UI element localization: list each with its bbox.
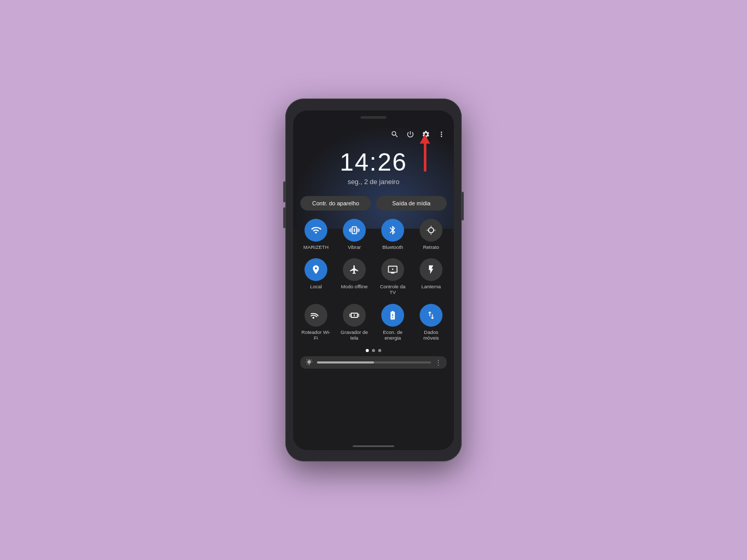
bluetooth-icon-bg	[381, 219, 404, 242]
quick-tiles-section: MARIZETH Vibrar Bluetooth	[293, 211, 454, 341]
dot-3	[378, 349, 381, 352]
dot-1	[366, 349, 369, 352]
local-label: Local	[310, 284, 322, 289]
bluetooth-label: Bluetooth	[382, 244, 403, 250]
vibrar-label: Vibrar	[348, 244, 361, 250]
vibrar-icon-bg	[343, 219, 366, 242]
vibrar-tile[interactable]: Vibrar	[339, 219, 370, 250]
lanterna-icon-bg	[420, 258, 442, 281]
more-options-icon[interactable]	[437, 130, 446, 141]
clock-date: seg., 2 de janeiro	[293, 178, 454, 186]
quick-buttons-row: Contr. do aparelho Saída de mídia	[293, 196, 454, 211]
brightness-track[interactable]	[317, 361, 431, 363]
phone-top-bar	[293, 110, 454, 125]
lanterna-tile[interactable]: Lanterna	[416, 258, 447, 296]
wifi-tile[interactable]: MARIZETH	[300, 219, 331, 250]
gravador-label: Gravador de tela	[339, 329, 370, 341]
dados-icon-bg	[420, 304, 442, 327]
arrow-line	[424, 143, 426, 172]
brightness-icon	[306, 358, 313, 367]
tiles-row-3: Roteador Wi-Fi Gravador de tela	[300, 304, 447, 341]
power-button	[462, 192, 464, 220]
modo-offline-icon-bg	[343, 258, 366, 281]
power-icon[interactable]	[406, 130, 414, 141]
screen-content: 14:26 seg., 2 de janeiro Contr. do apare…	[293, 125, 454, 450]
lanterna-label: Lanterna	[421, 284, 441, 289]
dados-tile[interactable]: Dados móveis	[416, 304, 447, 341]
search-icon[interactable]	[391, 130, 399, 141]
dados-label: Dados móveis	[416, 329, 447, 341]
wifi-icon-bg	[305, 219, 327, 242]
volume-up-button	[283, 181, 285, 202]
volume-down-button	[283, 207, 285, 228]
econ-icon-bg	[381, 304, 404, 327]
retrato-label: Retrato	[423, 244, 439, 250]
roteador-icon-bg	[305, 304, 327, 327]
arrow-head	[420, 134, 430, 144]
modo-offline-label: Modo offline	[341, 284, 368, 289]
svg-point-6	[392, 269, 394, 270]
dot-2	[372, 349, 375, 352]
svg-rect-7	[350, 313, 351, 317]
econ-label: Econ. de energia	[377, 329, 408, 341]
brightness-more-icon[interactable]: ⋮	[435, 359, 441, 366]
brightness-slider[interactable]: ⋮	[300, 356, 447, 369]
retrato-icon-bg	[420, 219, 442, 242]
speaker	[361, 116, 386, 119]
local-tile[interactable]: Local	[300, 258, 331, 296]
svg-rect-5	[435, 230, 436, 231]
brightness-fill	[317, 361, 374, 363]
controle-tv-label: Controle da TV	[377, 284, 408, 296]
retrato-tile[interactable]: Retrato	[416, 219, 447, 250]
contr-aparelho-button[interactable]: Contr. do aparelho	[300, 196, 371, 211]
tiles-row-1: MARIZETH Vibrar Bluetooth	[300, 219, 447, 250]
red-arrow-annotation	[420, 134, 430, 172]
controle-tv-tile[interactable]: Controle da TV	[377, 258, 408, 296]
phone-screen: 14:26 seg., 2 de janeiro Contr. do apare…	[293, 110, 454, 450]
wifi-label: MARIZETH	[303, 244, 329, 250]
bluetooth-tile[interactable]: Bluetooth	[377, 219, 408, 250]
roteador-tile[interactable]: Roteador Wi-Fi	[300, 304, 331, 341]
phone-device: 14:26 seg., 2 de janeiro Contr. do apare…	[285, 99, 462, 461]
roteador-label: Roteador Wi-Fi	[300, 329, 331, 341]
saida-midia-button[interactable]: Saída de mídia	[376, 196, 447, 211]
controle-tv-icon-bg	[381, 258, 404, 281]
home-indicator	[353, 445, 394, 447]
gravador-icon-bg	[343, 304, 366, 327]
modo-offline-tile[interactable]: Modo offline	[339, 258, 370, 296]
gravador-tile[interactable]: Gravador de tela	[339, 304, 370, 341]
svg-rect-3	[431, 233, 432, 234]
svg-rect-8	[358, 313, 359, 317]
svg-rect-2	[431, 226, 432, 227]
tiles-row-2: Local Modo offline Controle	[300, 258, 447, 296]
pagination-dots	[293, 349, 454, 352]
econ-tile[interactable]: Econ. de energia	[377, 304, 408, 341]
svg-rect-4	[427, 230, 428, 231]
local-icon-bg	[305, 258, 327, 281]
